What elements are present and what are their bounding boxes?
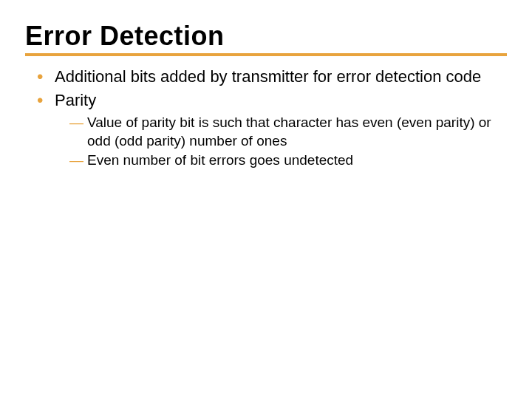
bullet-text: Additional bits added by transmitter for… [55,67,481,86]
sub-item: Even number of bit errors goes undetecte… [69,151,507,169]
bullet-text: Parity [55,91,96,109]
sub-text: Even number of bit errors goes undetecte… [87,152,353,168]
bullet-list: Additional bits added by transmitter for… [25,66,507,169]
bullet-item: Additional bits added by transmitter for… [34,66,507,87]
title-underline: Error Detection [25,21,507,56]
bullet-item: Parity Value of parity bit is such that … [34,90,507,169]
sub-list: Value of parity bit is such that charact… [55,114,507,169]
sub-text: Value of parity bit is such that charact… [87,115,491,148]
slide-title: Error Detection [25,21,507,52]
sub-item: Value of parity bit is such that charact… [69,114,507,150]
slide: Error Detection Additional bits added by… [0,0,532,399]
